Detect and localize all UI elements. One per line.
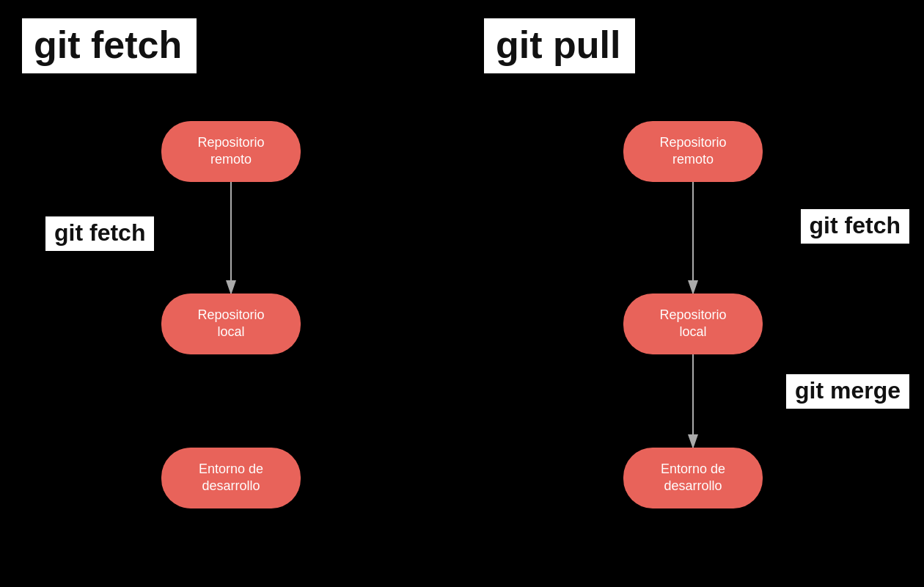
- right-title-box: git pull: [484, 18, 635, 73]
- main-container: git fetch Repositorioremoto git fetch Re…: [0, 0, 924, 587]
- left-title: git fetch: [34, 23, 182, 66]
- right-node-local-label: Repositorio local: [645, 307, 741, 341]
- right-label-merge-text: git merge: [795, 377, 901, 404]
- left-diagram: git fetch Repositorioremoto git fetch Re…: [0, 0, 462, 587]
- right-diagram: git pull Repositorioremoto git fetch Rep…: [462, 0, 924, 587]
- left-title-box: git fetch: [22, 18, 197, 73]
- right-label-fetch: git fetch: [801, 209, 909, 244]
- left-node-remote-label: Repositorioremoto: [197, 134, 264, 169]
- left-node-dev-label: Entorno dedesarrollo: [199, 461, 263, 495]
- right-label-fetch-text: git fetch: [810, 212, 901, 238]
- right-node-dev-label: Entorno dedesarrollo: [661, 461, 725, 495]
- left-node-remote: Repositorioremoto: [161, 121, 301, 182]
- right-node-local: Repositorio local: [623, 294, 763, 354]
- left-label-fetch: git fetch: [45, 216, 154, 251]
- right-title: git pull: [496, 23, 620, 66]
- right-node-remote-label: Repositorioremoto: [659, 134, 726, 169]
- right-label-merge: git merge: [786, 374, 909, 409]
- left-node-dev: Entorno dedesarrollo: [161, 448, 301, 508]
- left-node-local: Repositorio local: [161, 294, 301, 354]
- left-label-fetch-text: git fetch: [54, 219, 145, 246]
- right-node-remote: Repositorioremoto: [623, 121, 763, 182]
- left-node-local-label: Repositorio local: [183, 307, 279, 341]
- right-node-dev: Entorno dedesarrollo: [623, 448, 763, 508]
